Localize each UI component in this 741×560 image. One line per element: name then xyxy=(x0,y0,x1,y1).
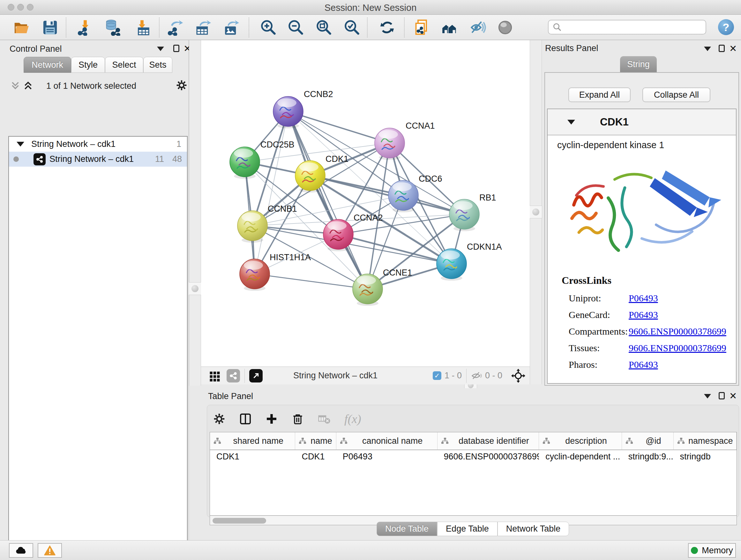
results-panel-close-icon[interactable]: ✕ xyxy=(729,44,737,53)
column-header-shared-name[interactable]: shared name xyxy=(210,432,295,449)
results-panel-collapse-icon[interactable] xyxy=(704,47,711,51)
export-table-icon[interactable] xyxy=(194,19,211,36)
node-CDK1[interactable] xyxy=(295,161,325,192)
left-splitter-handle[interactable] xyxy=(189,282,201,295)
edge-CCNB2-CCNE1[interactable] xyxy=(288,111,367,289)
cloud-button[interactable] xyxy=(9,543,33,558)
crosslink-link[interactable]: P06493 xyxy=(629,359,658,370)
zoom-fit-icon[interactable] xyxy=(315,19,333,36)
right-splitter-handle[interactable] xyxy=(529,206,542,219)
results-panel-float-icon[interactable] xyxy=(719,45,725,52)
control-panel-collapse-icon[interactable] xyxy=(157,47,164,51)
tab-sets[interactable]: Sets xyxy=(143,57,172,73)
node-RB1[interactable] xyxy=(449,199,479,231)
delete-column-icon[interactable] xyxy=(291,413,304,425)
column-header-canonical-name[interactable]: canonical name xyxy=(336,432,437,449)
search-field[interactable] xyxy=(548,20,706,35)
network-canvas[interactable]: CCNB2CCNA1CDC25BCDK1CDC6RB1CCNB1CCNA2CDK… xyxy=(201,40,530,367)
control-panel-float-icon[interactable] xyxy=(173,45,179,52)
node-CCNE1[interactable] xyxy=(353,274,383,306)
network-collection-row[interactable]: String Network – cdk1 1 xyxy=(9,137,187,152)
column-header-namespace[interactable]: namespace xyxy=(674,432,737,449)
zoom-selected-icon[interactable] xyxy=(343,19,360,36)
table-gear-icon[interactable] xyxy=(213,413,226,425)
crosslink-link[interactable]: 9606.ENSP00000378699 xyxy=(629,343,726,354)
network-row[interactable]: String Network – cdk1 11 48 xyxy=(9,152,187,167)
crosslink-label: Tissues: xyxy=(569,343,629,354)
help-button[interactable]: ? xyxy=(718,19,734,35)
node-CDC6[interactable] xyxy=(388,180,418,212)
node-CCNB1[interactable] xyxy=(238,211,267,243)
edge-CCNB2-HIST1H1A[interactable] xyxy=(255,111,288,274)
tree-expand-caret-icon[interactable] xyxy=(17,142,24,146)
column-header-database-identifier[interactable]: database identifier xyxy=(437,432,539,449)
tab-edge-table[interactable]: Edge Table xyxy=(437,522,497,536)
crosslink-link[interactable]: 9606.ENSP00000378699 xyxy=(629,326,726,337)
home-networks-icon[interactable] xyxy=(441,19,458,36)
table-row[interactable]: CDK1CDK1P064939606.ENSP00000378699cyclin… xyxy=(210,450,737,463)
save-session-icon[interactable] xyxy=(42,19,59,36)
gene-section-header[interactable]: CDK1 xyxy=(548,109,736,135)
expand-all-button[interactable]: Expand All xyxy=(568,87,630,102)
tab-node-table[interactable]: Node Table xyxy=(377,522,437,536)
birds-eye-view-icon[interactable] xyxy=(249,369,263,382)
tab-string[interactable]: String xyxy=(620,56,657,72)
crosslink-link[interactable]: P06493 xyxy=(629,309,658,320)
import-network-file-icon[interactable] xyxy=(77,19,94,36)
table-panel-float-icon[interactable] xyxy=(719,392,725,399)
export-image-icon[interactable] xyxy=(222,19,239,36)
network-collection-label: String Network – cdk1 xyxy=(31,139,116,149)
table-cell[interactable]: stringdb:9... xyxy=(622,450,674,463)
collapse-all-button[interactable]: Collapse All xyxy=(643,87,711,102)
edge-HIST1H1A-CCNE1[interactable] xyxy=(255,274,367,289)
node-CDKN1A[interactable] xyxy=(436,249,467,281)
import-table-file-icon[interactable] xyxy=(133,19,151,36)
tab-select[interactable]: Select xyxy=(105,57,143,73)
left-splitter[interactable] xyxy=(189,40,201,386)
table-cell[interactable]: cyclin-dependent ... xyxy=(539,450,622,463)
crosslink-link[interactable]: P06493 xyxy=(629,293,658,304)
network-share-icon[interactable] xyxy=(226,369,240,382)
zoom-out-icon[interactable] xyxy=(287,19,305,36)
search-input[interactable] xyxy=(562,22,699,32)
duplicate-network-icon[interactable] xyxy=(414,19,431,36)
add-column-icon[interactable] xyxy=(265,413,278,425)
right-splitter[interactable] xyxy=(530,40,542,386)
export-network-icon[interactable] xyxy=(166,19,184,36)
table-cell[interactable]: P06493 xyxy=(336,450,437,463)
tab-network[interactable]: Network xyxy=(23,57,71,73)
table-hscrollbar-thumb[interactable] xyxy=(212,518,266,523)
selected-nodes-checkbox-icon[interactable]: ✓ xyxy=(433,371,441,380)
column-header-name[interactable]: name xyxy=(295,432,336,449)
gene-collapse-caret-icon[interactable] xyxy=(567,120,575,125)
tab-network-table[interactable]: Network Table xyxy=(497,522,569,536)
tab-style[interactable]: Style xyxy=(71,57,105,73)
edge-CCNB2-CCNA1[interactable] xyxy=(288,111,390,143)
column-header--id[interactable]: @id xyxy=(622,432,674,449)
show-columns-icon[interactable] xyxy=(239,413,252,425)
network-graph[interactable]: CCNB2CCNA1CDC25BCDK1CDC6RB1CCNB1CCNA2CDK… xyxy=(201,40,530,367)
table-cell[interactable]: 9606.ENSP00000378699 xyxy=(437,450,539,463)
table-cell[interactable]: stringdb xyxy=(674,450,737,463)
refresh-layout-icon[interactable] xyxy=(379,19,396,36)
column-header-description[interactable]: description xyxy=(539,432,622,449)
table-panel-collapse-icon[interactable] xyxy=(704,394,711,398)
memory-button[interactable]: Memory xyxy=(688,543,736,558)
table-panel-close-icon[interactable]: ✕ xyxy=(729,391,737,401)
hidden-edges-eye-icon[interactable] xyxy=(471,371,482,381)
warnings-button[interactable] xyxy=(38,543,62,558)
import-network-database-icon[interactable] xyxy=(104,19,121,36)
table-panel-title: Table Panel xyxy=(208,391,253,401)
gear-icon[interactable] xyxy=(176,79,188,91)
hide-selected-icon[interactable] xyxy=(469,19,486,36)
node-CDC25B[interactable] xyxy=(230,147,260,179)
grid-view-icon[interactable] xyxy=(209,370,221,382)
node-HIST1H1A[interactable] xyxy=(240,259,270,291)
sphere-icon[interactable] xyxy=(496,19,514,36)
node-CCNA1[interactable] xyxy=(375,128,405,160)
open-session-icon[interactable] xyxy=(13,19,30,36)
zoom-in-icon[interactable] xyxy=(260,19,277,36)
table-cell[interactable]: CDK1 xyxy=(295,450,336,463)
pan-crosshair-icon[interactable] xyxy=(511,369,525,383)
table-cell[interactable]: CDK1 xyxy=(210,450,295,463)
